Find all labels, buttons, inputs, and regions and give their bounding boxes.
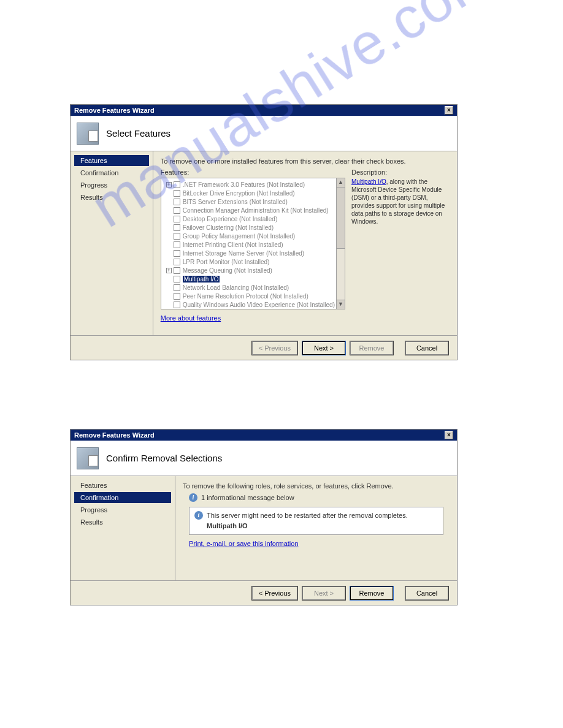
restart-message: This server might need to be restarted a…	[207, 512, 408, 519]
info-icon: i	[194, 511, 203, 520]
scrollbar[interactable]: ▲ ▼	[336, 178, 345, 309]
wizard-header: Confirm Removal Selections	[71, 441, 457, 476]
next-button: Next >	[302, 586, 345, 600]
feature-label: Peer Name Resolution Protocol (Not Insta…	[183, 293, 308, 300]
features-label: Features:	[161, 169, 345, 176]
feature-checkbox	[174, 233, 180, 240]
info-icon: i	[189, 493, 197, 502]
feature-label: Internet Printing Client (Not Installed)	[183, 241, 283, 248]
scroll-down-icon[interactable]: ▼	[337, 300, 345, 309]
scroll-track[interactable]	[337, 249, 345, 300]
scroll-up-icon[interactable]: ▲	[337, 178, 345, 188]
feature-checkbox	[174, 207, 180, 214]
nav-features[interactable]: Features	[74, 480, 171, 491]
description-link[interactable]: Multipath I/O	[351, 178, 386, 185]
message-box: i This server might need to be restarted…	[189, 507, 443, 535]
feature-label: Failover Clustering (Not Installed)	[183, 224, 274, 231]
feature-checkbox	[174, 216, 180, 222]
cancel-button[interactable]: Cancel	[405, 586, 448, 600]
feature-label: Quality Windows Audio Video Experience (…	[183, 301, 335, 308]
feature-item[interactable]: Peer Name Resolution Protocol (Not Insta…	[163, 292, 335, 300]
instruction-text: To remove one or more installed features…	[161, 157, 450, 165]
scroll-thumb[interactable]	[337, 188, 345, 249]
button-bar: < Previous Next > Remove Cancel	[71, 335, 457, 360]
feature-checkbox	[174, 293, 180, 300]
page-title: Confirm Removal Selections	[106, 453, 222, 463]
feature-label: Desktop Experience (Not Installed)	[183, 216, 278, 222]
feature-label: Group Policy Management (Not Installed)	[183, 233, 295, 240]
feature-item[interactable]: Connection Manager Administration Kit (N…	[163, 206, 335, 214]
remove-button[interactable]: Remove	[350, 586, 393, 600]
selected-feature: Multipath I/O	[207, 522, 438, 529]
nav-results[interactable]: Results	[74, 517, 171, 528]
feature-item[interactable]: Remote Assistance (Not Installed)	[163, 309, 335, 309]
feature-item[interactable]: BitLocker Drive Encryption (Not Installe…	[163, 189, 335, 197]
remove-button: Remove	[350, 341, 393, 355]
feature-item[interactable]: Quality Windows Audio Video Experience (…	[163, 300, 335, 309]
more-about-features-link[interactable]: More about features	[161, 314, 221, 322]
close-icon[interactable]: ×	[445, 431, 453, 439]
feature-checkbox[interactable]	[174, 276, 180, 282]
feature-label: LPR Port Monitor (Not Installed)	[183, 259, 270, 265]
print-email-save-link[interactable]: Print, e-mail, or save this information	[189, 540, 299, 547]
feature-label: BitLocker Drive Encryption (Not Installe…	[183, 190, 295, 197]
description-text: Multipath I/O, along with the Microsoft …	[351, 178, 450, 226]
feature-label: Multipath I/O	[183, 276, 220, 282]
feature-label: Network Load Balancing (Not Installed)	[183, 284, 289, 291]
feature-checkbox	[174, 301, 180, 308]
content-pane: To remove the following roles, role serv…	[175, 476, 457, 580]
feature-item[interactable]: Multipath I/O	[163, 275, 335, 283]
wizard-header: Select Features	[71, 116, 457, 151]
remove-features-wizard-confirm: Remove Features Wizard × Confirm Removal…	[70, 429, 458, 605]
feature-label: BITS Server Extensions (Not Installed)	[183, 199, 288, 205]
feature-item[interactable]: Internet Storage Name Server (Not Instal…	[163, 249, 335, 257]
nav-progress[interactable]: Progress	[74, 504, 171, 515]
instruction-text: To remove the following roles, role serv…	[183, 482, 450, 490]
feature-item[interactable]: Group Policy Management (Not Installed)	[163, 232, 335, 240]
feature-label: Connection Manager Administration Kit (N…	[183, 207, 329, 214]
window-title: Remove Features Wizard	[74, 431, 155, 439]
feature-item[interactable]: LPR Port Monitor (Not Installed)	[163, 257, 335, 266]
server-icon	[77, 123, 99, 145]
description-label: Description:	[351, 169, 450, 176]
nav-progress[interactable]: Progress	[74, 180, 149, 191]
info-count-text: 1 informational message below	[201, 494, 294, 501]
button-bar: < Previous Next > Remove Cancel	[71, 580, 457, 605]
titlebar[interactable]: Remove Features Wizard ×	[71, 105, 457, 116]
wizard-nav: Features Confirmation Progress Results	[71, 151, 153, 335]
previous-button[interactable]: < Previous	[252, 586, 297, 600]
titlebar[interactable]: Remove Features Wizard ×	[71, 430, 457, 441]
nav-confirmation[interactable]: Confirmation	[74, 167, 149, 178]
feature-checkbox	[174, 250, 180, 257]
nav-results[interactable]: Results	[74, 192, 149, 203]
nav-confirmation[interactable]: Confirmation	[74, 492, 171, 503]
feature-label: Internet Storage Name Server (Not Instal…	[183, 250, 304, 257]
feature-checkbox	[174, 259, 180, 265]
feature-checkbox	[174, 199, 180, 205]
expander-icon[interactable]: +	[166, 182, 172, 188]
feature-item[interactable]: Network Load Balancing (Not Installed)	[163, 283, 335, 292]
feature-checkbox	[174, 241, 180, 248]
expander-icon[interactable]: +	[166, 268, 172, 273]
wizard-nav: Features Confirmation Progress Results	[71, 476, 175, 580]
nav-features[interactable]: Features	[74, 155, 149, 166]
features-tree[interactable]: +.NET Framework 3.0 Features (Not Instal…	[161, 178, 336, 309]
feature-item[interactable]: +Message Queuing (Not Installed)	[163, 266, 335, 275]
feature-item[interactable]: BITS Server Extensions (Not Installed)	[163, 197, 335, 206]
previous-button: < Previous	[252, 341, 297, 355]
feature-item[interactable]: Internet Printing Client (Not Installed)	[163, 240, 335, 249]
next-button[interactable]: Next >	[302, 341, 345, 355]
feature-checkbox	[174, 284, 180, 291]
feature-item[interactable]: Failover Clustering (Not Installed)	[163, 223, 335, 232]
info-summary: i 1 informational message below	[189, 493, 450, 502]
feature-checkbox	[174, 181, 180, 188]
feature-label: .NET Framework 3.0 Features (Not Install…	[183, 181, 305, 188]
cancel-button[interactable]: Cancel	[405, 341, 448, 355]
remove-features-wizard-select: Remove Features Wizard × Select Features…	[70, 104, 458, 360]
close-icon[interactable]: ×	[445, 106, 453, 115]
window-title: Remove Features Wizard	[74, 107, 155, 114]
feature-label: Message Queuing (Not Installed)	[183, 267, 272, 274]
feature-item[interactable]: Desktop Experience (Not Installed)	[163, 214, 335, 223]
feature-checkbox	[174, 224, 180, 231]
feature-item[interactable]: +.NET Framework 3.0 Features (Not Instal…	[163, 180, 335, 189]
